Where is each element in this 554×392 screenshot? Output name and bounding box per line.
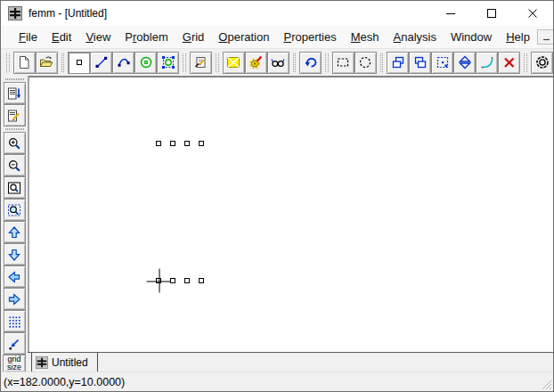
toolbar-grip xyxy=(183,53,186,72)
grid-dots-icon xyxy=(7,314,21,329)
menu-items: FileEditViewProblemGridOperationProperti… xyxy=(12,27,537,47)
mdi-controls xyxy=(537,29,554,45)
zoom-extents-button[interactable] xyxy=(4,176,26,199)
node-point[interactable] xyxy=(184,141,190,146)
tab-label: Untitled xyxy=(52,356,88,369)
menu-item-properties[interactable]: Properties xyxy=(276,27,343,47)
zoom-out-button[interactable] xyxy=(4,154,26,176)
group-select-button[interactable] xyxy=(157,52,179,74)
copy-icon xyxy=(413,55,428,69)
mdi-minimize-icon xyxy=(542,32,551,42)
node-point[interactable] xyxy=(199,141,204,146)
node-point[interactable] xyxy=(156,278,161,283)
toolbar-grip xyxy=(5,78,24,80)
node-point[interactable] xyxy=(184,278,190,283)
status-bar: (x=182.0000,y=10.0000) xyxy=(1,372,553,391)
arc-tool-icon xyxy=(117,55,131,69)
block-label-button[interactable] xyxy=(134,52,157,74)
mesh-icon xyxy=(226,55,240,69)
document-icon xyxy=(36,356,48,369)
toolbar-grip xyxy=(61,53,65,72)
main-toolbar xyxy=(1,49,553,76)
scale-button[interactable] xyxy=(431,52,453,74)
resize-grip-icon[interactable] xyxy=(540,378,552,390)
arc-tool-button[interactable] xyxy=(112,52,134,74)
menu-item-window[interactable]: Window xyxy=(444,27,499,47)
fillet-button[interactable] xyxy=(476,52,498,74)
select-circle-button[interactable] xyxy=(354,52,377,74)
maximize-button[interactable] xyxy=(471,1,512,26)
menu-item-grid[interactable]: Grid xyxy=(175,27,212,47)
toolbar-grip xyxy=(380,53,384,72)
close-button[interactable] xyxy=(512,1,553,26)
concentric-circles-button[interactable] xyxy=(531,52,553,74)
window-title: femm - [Untitled] xyxy=(29,7,107,20)
select-circle-icon xyxy=(358,55,372,69)
app-window: femm - [Untitled] xyxy=(0,0,554,392)
copy-button[interactable] xyxy=(409,52,431,74)
open-file-button[interactable] xyxy=(36,52,58,74)
zoom-window-button[interactable] xyxy=(4,199,26,221)
menu-item-analysis[interactable]: Analysis xyxy=(387,27,444,47)
node-tool-icon xyxy=(72,55,86,69)
node-point[interactable] xyxy=(199,278,204,283)
segment-tool-button[interactable] xyxy=(90,52,112,74)
delete-button[interactable] xyxy=(498,52,520,74)
run-analysis-button[interactable] xyxy=(245,52,267,74)
pan-left-button[interactable] xyxy=(4,265,26,288)
pan-right-icon xyxy=(7,292,21,306)
concentric-circles-icon xyxy=(535,55,550,69)
lua-script-icon xyxy=(7,86,21,101)
snap-to-grid-button[interactable] xyxy=(4,332,26,355)
menu-item-problem[interactable]: Problem xyxy=(118,27,175,47)
properties-button[interactable] xyxy=(190,52,212,74)
edit-document-button[interactable] xyxy=(4,104,26,127)
femm-app-icon xyxy=(8,6,22,20)
mirror-button[interactable] xyxy=(453,52,476,74)
run-analysis-icon xyxy=(248,55,263,69)
maximize-icon xyxy=(485,6,499,20)
zoom-out-icon xyxy=(7,159,21,173)
delete-icon xyxy=(502,55,517,69)
mdi-minimize-button[interactable] xyxy=(537,29,554,45)
grid-size-button[interactable]: grid size xyxy=(3,355,26,372)
select-rectangle-button[interactable] xyxy=(332,52,354,74)
pan-down-button[interactable] xyxy=(4,243,26,265)
drawing-canvas[interactable] xyxy=(28,76,553,352)
new-file-button[interactable] xyxy=(13,52,36,74)
edit-document-icon xyxy=(7,109,21,123)
node-point[interactable] xyxy=(170,278,175,283)
pan-right-button[interactable] xyxy=(4,288,26,310)
toolbar-grip xyxy=(6,53,10,72)
pan-up-button[interactable] xyxy=(4,221,26,243)
node-tool-button[interactable] xyxy=(68,52,90,74)
move-button[interactable] xyxy=(387,52,409,74)
menu-item-edit[interactable]: Edit xyxy=(45,27,78,47)
titlebar: femm - [Untitled] xyxy=(1,1,553,26)
segment-tool-icon xyxy=(94,55,109,69)
select-rect-icon xyxy=(336,55,350,69)
menu-item-operation[interactable]: Operation xyxy=(211,27,276,47)
lua-script-button[interactable] xyxy=(4,82,26,104)
properties-icon xyxy=(193,55,208,69)
view-results-button[interactable] xyxy=(267,52,289,74)
menu-item-help[interactable]: Help xyxy=(499,27,537,47)
grid-toggle-button[interactable] xyxy=(4,310,26,332)
snap-to-grid-icon xyxy=(7,337,21,351)
menu-item-mesh[interactable]: Mesh xyxy=(344,27,387,47)
zoom-in-button[interactable] xyxy=(4,132,26,154)
minimize-button[interactable] xyxy=(430,1,471,26)
toolbar-grip xyxy=(216,53,219,72)
view-results-icon xyxy=(271,55,285,69)
menu-item-view[interactable]: View xyxy=(78,27,118,47)
left-toolbar: grid size xyxy=(1,76,28,372)
menu-item-file[interactable]: File xyxy=(12,27,45,47)
node-point[interactable] xyxy=(156,141,161,146)
undo-button[interactable] xyxy=(299,52,322,74)
mirror-icon xyxy=(458,55,472,69)
menu-bar: FileEditViewProblemGridOperationProperti… xyxy=(1,26,553,49)
toolbar-grip xyxy=(293,53,297,72)
tab-untitled[interactable]: Untitled xyxy=(31,353,98,372)
node-point[interactable] xyxy=(170,141,175,146)
mesh-button[interactable] xyxy=(223,52,245,74)
